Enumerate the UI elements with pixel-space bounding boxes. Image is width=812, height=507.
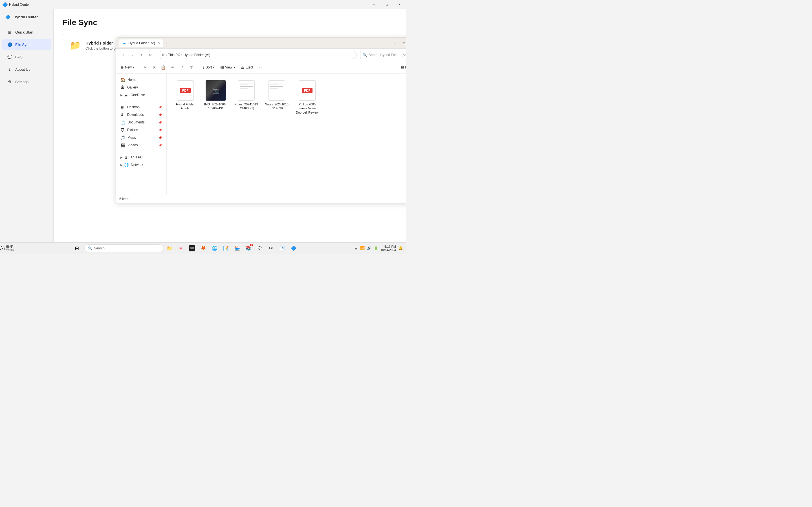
- taskbar-app-notes[interactable]: 📝: [221, 243, 231, 253]
- network-icon: 🌐: [124, 163, 129, 167]
- nav-refresh-button[interactable]: ↻: [146, 51, 154, 59]
- weather-condition: Windy: [6, 248, 14, 251]
- pictures-pin-icon: 📌: [158, 128, 162, 131]
- rename-icon: ✏: [171, 65, 174, 70]
- pictures-icon: 🖼: [120, 128, 125, 132]
- search-bar[interactable]: 🔍 Search Hybrid Folder (A:): [360, 51, 406, 59]
- pdf-icon: PDF: [177, 80, 194, 101]
- sidebar-onedrive-label: OneDrive: [131, 93, 145, 97]
- explorer-window: ☁ Hybrid Folder (A:) ✕ + ─ □ ✕ ‹ › ↑ ↻ 🖥…: [116, 37, 406, 203]
- toolbar-new-button[interactable]: ⊕ New ▾: [118, 64, 137, 71]
- sidebar-gallery[interactable]: 🖼 Gallery: [117, 84, 165, 91]
- taskbar-app-libreoffice[interactable]: 📚 3: [243, 243, 254, 253]
- sidebar-documents[interactable]: 📄 Documents 📌: [117, 119, 165, 126]
- file-item[interactable]: PDF Hybrid Folder Guide: [171, 78, 199, 117]
- taskbar-app-outlook[interactable]: 📧: [277, 243, 288, 253]
- sidebar-item-quick-start[interactable]: ⊞ Quick Start: [2, 26, 51, 38]
- sidebar-logo: 🔷 Hybrid Center: [0, 13, 53, 26]
- nav-forward-button[interactable]: ›: [128, 51, 136, 59]
- pdf-icon: PDF: [299, 80, 316, 101]
- taskbar-app-candy[interactable]: 🍬: [176, 243, 186, 253]
- file-thumb: 📷: [206, 80, 226, 101]
- sidebar-onedrive[interactable]: ▶ ☁ OneDrive: [117, 91, 165, 99]
- minimize-button[interactable]: ─: [367, 0, 380, 9]
- view-chevron-icon: ▾: [234, 65, 235, 69]
- hybrid-folder-card-icon: 📁: [70, 40, 81, 51]
- sidebar-music[interactable]: 🎵 Music 📌: [117, 134, 165, 141]
- explorer-tab-add[interactable]: +: [165, 41, 168, 46]
- search-icon: 🔍: [363, 53, 367, 57]
- weather-info: 56°F Windy: [6, 245, 14, 251]
- sidebar-item-settings[interactable]: ⚙ Settings: [2, 76, 51, 88]
- sidebar-desktop[interactable]: 🖥 Desktop 📌: [117, 103, 165, 111]
- nav-up-button[interactable]: ↑: [137, 51, 145, 59]
- file-item[interactable]: Notes_20241013_214638(1): [232, 78, 260, 117]
- file-thumb: PDF: [297, 80, 317, 101]
- toolbar-paste-button[interactable]: 📋: [158, 64, 168, 71]
- sidebar-videos[interactable]: 🎬 Videos 📌: [117, 142, 165, 149]
- sidebar-downloads[interactable]: ⬇ Downloads 📌: [117, 111, 165, 118]
- this-pc-expand-icon: ▶: [120, 156, 123, 159]
- explorer-minimize-button[interactable]: ─: [391, 39, 400, 47]
- paste-icon: 📋: [161, 65, 165, 70]
- file-item[interactable]: 📷 IMG_20241006_162607431: [202, 78, 230, 117]
- maximize-button[interactable]: □: [380, 0, 393, 9]
- toolbar-eject-button[interactable]: ⏏ Eject: [239, 64, 256, 71]
- sidebar-item-about-us[interactable]: ℹ About Us: [2, 64, 51, 75]
- explorer-tab-close[interactable]: ✕: [157, 41, 160, 45]
- sidebar-pictures[interactable]: 🖼 Pictures 📌: [117, 126, 165, 133]
- toolbar-details-button[interactable]: ⊟ Details: [399, 64, 406, 70]
- explorer-tab[interactable]: ☁ Hybrid Folder (A:) ✕: [119, 40, 163, 47]
- close-button[interactable]: ✕: [393, 0, 406, 9]
- sidebar-home[interactable]: 🏠 Home: [117, 76, 165, 83]
- sidebar-gallery-label: Gallery: [127, 86, 138, 89]
- volume-icon[interactable]: 🔊: [367, 246, 371, 250]
- sidebar-item-quick-start-label: Quick Start: [15, 30, 33, 35]
- nav-back-button[interactable]: ‹: [119, 51, 127, 59]
- toolbar-delete-button[interactable]: 🗑: [187, 64, 196, 71]
- taskbar-app-explorer[interactable]: 📁: [164, 243, 174, 253]
- breadcrumb-hybrid-folder[interactable]: Hybrid Folder (A:): [184, 53, 210, 57]
- explorer-maximize-button[interactable]: □: [400, 39, 406, 47]
- taskbar-app-firefox[interactable]: 🦊: [198, 243, 208, 253]
- notification-icon[interactable]: 🔔: [398, 246, 403, 250]
- toolbar-more-button[interactable]: ···: [257, 64, 264, 70]
- breadcrumb-this-pc[interactable]: This PC: [168, 53, 180, 57]
- toolbar-copy-button[interactable]: ⎘: [151, 64, 157, 71]
- wifi-icon[interactable]: 📶: [360, 246, 365, 250]
- toolbar-sort-button[interactable]: ↕ Sort ▾: [200, 64, 217, 71]
- explorer-toolbar: ⊕ New ▾ ✂ ⎘ 📋 ✏ ↗ 🗑: [116, 61, 406, 73]
- sidebar-item-about-us-label: About Us: [15, 67, 30, 71]
- toolbar-view-button[interactable]: ▦ View ▾: [218, 64, 238, 71]
- toolbar-share-button[interactable]: ↗: [178, 64, 186, 71]
- taskbar-app-snip[interactable]: ✂: [266, 243, 276, 253]
- taskbar-search[interactable]: 🔍 Search: [84, 244, 163, 252]
- toolbar-rename-button[interactable]: ✏: [169, 64, 177, 71]
- store-icon: 🏪: [234, 245, 240, 251]
- battery-icon[interactable]: 🔋: [374, 246, 378, 250]
- taskbar-app-mcafee[interactable]: 🛡: [255, 243, 265, 253]
- about-us-icon: ℹ: [7, 66, 12, 72]
- file-item[interactable]: PDF Philips 7000 Series Video Doorbell R…: [293, 78, 321, 117]
- new-chevron-icon: ▾: [133, 65, 135, 69]
- toolbar-separator: [139, 64, 139, 70]
- sidebar-item-settings-label: Settings: [15, 80, 29, 84]
- file-item[interactable]: Notes_20241013_214638: [263, 78, 291, 117]
- breadcrumb[interactable]: 🖥 › This PC › Hybrid Folder (A:): [158, 51, 357, 59]
- sidebar-logo-text: Hybrid Center: [13, 15, 38, 19]
- taskbar-app-hybrid[interactable]: 🔷: [289, 243, 299, 253]
- taskbar-app-store[interactable]: 🏪: [232, 243, 242, 253]
- sidebar-item-faq[interactable]: 💬 FAQ: [2, 51, 51, 63]
- sidebar-item-file-sync[interactable]: 🔵 File Sync: [2, 39, 51, 50]
- taskbar-app-windows[interactable]: ⊞: [72, 243, 82, 253]
- taskbar-app-edge[interactable]: 🌐: [210, 243, 220, 253]
- eject-label: Eject: [246, 65, 253, 69]
- chevron-up-icon[interactable]: ▲: [354, 246, 358, 250]
- toolbar-cut-button[interactable]: ✂: [142, 64, 150, 71]
- sidebar-network[interactable]: ▶ 🌐 Network: [117, 161, 165, 169]
- taskbar-app-terminal[interactable]: ⌨: [187, 243, 197, 253]
- sidebar-this-pc[interactable]: ▶ 🖥 This PC: [117, 154, 165, 161]
- view-label: View: [225, 65, 233, 69]
- list-view-button[interactable]: ☰: [404, 196, 406, 202]
- explorer-tab-label: Hybrid Folder (A:): [128, 41, 155, 45]
